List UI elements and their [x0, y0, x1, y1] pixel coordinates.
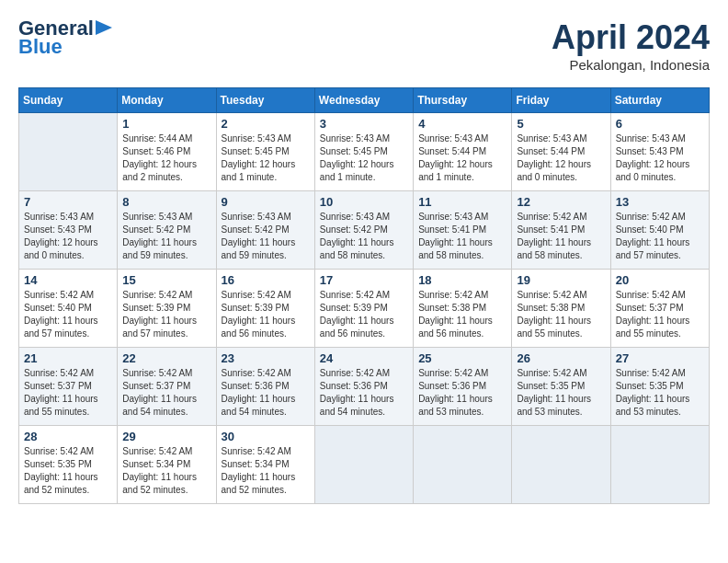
weekday-header-tuesday: Tuesday: [216, 88, 314, 113]
day-info: Sunrise: 5:43 AM Sunset: 5:43 PM Dayligh…: [24, 211, 112, 262]
day-number: 17: [320, 273, 408, 287]
calendar-cell: [314, 426, 413, 504]
calendar-cell: [414, 426, 512, 504]
day-info: Sunrise: 5:42 AM Sunset: 5:40 PM Dayligh…: [616, 211, 704, 262]
day-info: Sunrise: 5:42 AM Sunset: 5:36 PM Dayligh…: [418, 367, 506, 419]
day-number: 14: [24, 273, 112, 287]
day-number: 20: [616, 273, 704, 287]
calendar-cell: 13Sunrise: 5:42 AM Sunset: 5:40 PM Dayli…: [610, 191, 709, 270]
calendar-cell: 1Sunrise: 5:44 AM Sunset: 5:46 PM Daylig…: [118, 113, 216, 191]
day-info: Sunrise: 5:43 AM Sunset: 5:42 PM Dayligh…: [122, 211, 210, 262]
calendar-cell: 12Sunrise: 5:42 AM Sunset: 5:41 PM Dayli…: [512, 191, 610, 270]
day-info: Sunrise: 5:42 AM Sunset: 5:38 PM Dayligh…: [517, 289, 605, 340]
day-number: 3: [320, 117, 408, 131]
calendar-cell: 2Sunrise: 5:43 AM Sunset: 5:45 PM Daylig…: [216, 113, 314, 191]
calendar-cell: 30Sunrise: 5:42 AM Sunset: 5:34 PM Dayli…: [216, 426, 314, 504]
weekday-header-friday: Friday: [512, 88, 610, 113]
day-info: Sunrise: 5:43 AM Sunset: 5:45 PM Dayligh…: [320, 132, 408, 184]
day-info: Sunrise: 5:42 AM Sunset: 5:40 PM Dayligh…: [24, 289, 112, 340]
calendar-cell: 19Sunrise: 5:42 AM Sunset: 5:38 PM Dayli…: [512, 270, 610, 348]
day-info: Sunrise: 5:42 AM Sunset: 5:39 PM Dayligh…: [222, 289, 310, 340]
calendar-week-row: 28Sunrise: 5:42 AM Sunset: 5:35 PM Dayli…: [19, 426, 710, 504]
calendar-week-row: 14Sunrise: 5:42 AM Sunset: 5:40 PM Dayli…: [19, 270, 710, 348]
day-number: 11: [418, 195, 506, 209]
day-info: Sunrise: 5:43 AM Sunset: 5:45 PM Dayligh…: [222, 132, 310, 184]
day-number: 6: [616, 117, 704, 131]
day-info: Sunrise: 5:43 AM Sunset: 5:44 PM Dayligh…: [517, 132, 605, 184]
day-info: Sunrise: 5:43 AM Sunset: 5:42 PM Dayligh…: [222, 211, 310, 262]
day-info: Sunrise: 5:42 AM Sunset: 5:35 PM Dayligh…: [517, 367, 605, 419]
day-number: 13: [616, 195, 704, 209]
weekday-header-monday: Monday: [118, 88, 216, 113]
calendar-cell: 29Sunrise: 5:42 AM Sunset: 5:34 PM Dayli…: [118, 426, 216, 504]
day-info: Sunrise: 5:42 AM Sunset: 5:41 PM Dayligh…: [517, 211, 605, 262]
calendar-cell: 6Sunrise: 5:43 AM Sunset: 5:43 PM Daylig…: [610, 113, 709, 191]
calendar-week-row: 1Sunrise: 5:44 AM Sunset: 5:46 PM Daylig…: [19, 113, 710, 191]
day-info: Sunrise: 5:42 AM Sunset: 5:37 PM Dayligh…: [122, 367, 210, 419]
calendar-cell: 21Sunrise: 5:42 AM Sunset: 5:37 PM Dayli…: [19, 348, 118, 426]
calendar-cell: 22Sunrise: 5:42 AM Sunset: 5:37 PM Dayli…: [118, 348, 216, 426]
day-info: Sunrise: 5:43 AM Sunset: 5:42 PM Dayligh…: [320, 211, 408, 262]
day-number: 25: [418, 351, 506, 365]
day-number: 16: [222, 273, 310, 287]
calendar-cell: 23Sunrise: 5:42 AM Sunset: 5:36 PM Dayli…: [216, 348, 314, 426]
calendar-cell: 16Sunrise: 5:42 AM Sunset: 5:39 PM Dayli…: [216, 270, 314, 348]
calendar-cell: 10Sunrise: 5:43 AM Sunset: 5:42 PM Dayli…: [314, 191, 413, 270]
day-number: 27: [616, 351, 704, 365]
day-info: Sunrise: 5:42 AM Sunset: 5:37 PM Dayligh…: [24, 367, 112, 419]
title-area: April 2024 Pekalongan, Indonesia: [552, 18, 710, 73]
day-info: Sunrise: 5:42 AM Sunset: 5:36 PM Dayligh…: [222, 367, 310, 419]
logo-arrow-icon: [96, 20, 112, 35]
day-number: 1: [122, 117, 210, 131]
calendar-cell: 3Sunrise: 5:43 AM Sunset: 5:45 PM Daylig…: [314, 113, 413, 191]
day-number: 4: [418, 117, 506, 131]
day-number: 9: [222, 195, 310, 209]
day-info: Sunrise: 5:42 AM Sunset: 5:39 PM Dayligh…: [122, 289, 210, 340]
calendar-cell: [610, 426, 709, 504]
day-number: 29: [122, 430, 210, 443]
calendar-week-row: 21Sunrise: 5:42 AM Sunset: 5:37 PM Dayli…: [19, 348, 710, 426]
calendar-cell: 18Sunrise: 5:42 AM Sunset: 5:38 PM Dayli…: [414, 270, 512, 348]
calendar-cell: 4Sunrise: 5:43 AM Sunset: 5:44 PM Daylig…: [414, 113, 512, 191]
day-number: 5: [517, 117, 605, 131]
calendar-cell: [19, 113, 118, 191]
weekday-header-wednesday: Wednesday: [314, 88, 413, 113]
day-number: 21: [24, 351, 112, 365]
calendar-cell: 15Sunrise: 5:42 AM Sunset: 5:39 PM Dayli…: [118, 270, 216, 348]
day-info: Sunrise: 5:42 AM Sunset: 5:34 PM Dayligh…: [222, 445, 310, 497]
day-info: Sunrise: 5:42 AM Sunset: 5:39 PM Dayligh…: [320, 289, 408, 340]
day-info: Sunrise: 5:42 AM Sunset: 5:34 PM Dayligh…: [122, 445, 210, 497]
calendar-week-row: 7Sunrise: 5:43 AM Sunset: 5:43 PM Daylig…: [19, 191, 710, 270]
day-info: Sunrise: 5:42 AM Sunset: 5:35 PM Dayligh…: [616, 367, 704, 419]
calendar-cell: 24Sunrise: 5:42 AM Sunset: 5:36 PM Dayli…: [314, 348, 413, 426]
day-info: Sunrise: 5:44 AM Sunset: 5:46 PM Dayligh…: [122, 132, 210, 184]
calendar-cell: 25Sunrise: 5:42 AM Sunset: 5:36 PM Dayli…: [414, 348, 512, 426]
calendar-cell: 7Sunrise: 5:43 AM Sunset: 5:43 PM Daylig…: [19, 191, 118, 270]
location-text: Pekalongan, Indonesia: [552, 57, 710, 73]
day-info: Sunrise: 5:43 AM Sunset: 5:43 PM Dayligh…: [616, 132, 704, 184]
calendar-cell: 9Sunrise: 5:43 AM Sunset: 5:42 PM Daylig…: [216, 191, 314, 270]
weekday-header-sunday: Sunday: [19, 88, 118, 113]
day-info: Sunrise: 5:42 AM Sunset: 5:36 PM Dayligh…: [320, 367, 408, 419]
calendar-cell: 14Sunrise: 5:42 AM Sunset: 5:40 PM Dayli…: [19, 270, 118, 348]
day-number: 15: [122, 273, 210, 287]
day-info: Sunrise: 5:42 AM Sunset: 5:37 PM Dayligh…: [616, 289, 704, 340]
day-number: 22: [122, 351, 210, 365]
weekday-header-saturday: Saturday: [610, 88, 709, 113]
day-number: 19: [517, 273, 605, 287]
calendar-cell: 11Sunrise: 5:43 AM Sunset: 5:41 PM Dayli…: [414, 191, 512, 270]
calendar-cell: 28Sunrise: 5:42 AM Sunset: 5:35 PM Dayli…: [19, 426, 118, 504]
month-title: April 2024: [552, 18, 710, 57]
calendar-cell: [512, 426, 610, 504]
calendar-cell: 27Sunrise: 5:42 AM Sunset: 5:35 PM Dayli…: [610, 348, 709, 426]
day-number: 18: [418, 273, 506, 287]
day-number: 24: [320, 351, 408, 365]
day-number: 28: [24, 430, 112, 443]
day-number: 8: [122, 195, 210, 209]
calendar-table: SundayMondayTuesdayWednesdayThursdayFrid…: [18, 87, 710, 504]
day-info: Sunrise: 5:42 AM Sunset: 5:38 PM Dayligh…: [418, 289, 506, 340]
logo: General Blue: [18, 18, 112, 57]
weekday-header-thursday: Thursday: [414, 88, 512, 113]
svg-marker-0: [96, 20, 112, 35]
calendar-cell: 5Sunrise: 5:43 AM Sunset: 5:44 PM Daylig…: [512, 113, 610, 191]
